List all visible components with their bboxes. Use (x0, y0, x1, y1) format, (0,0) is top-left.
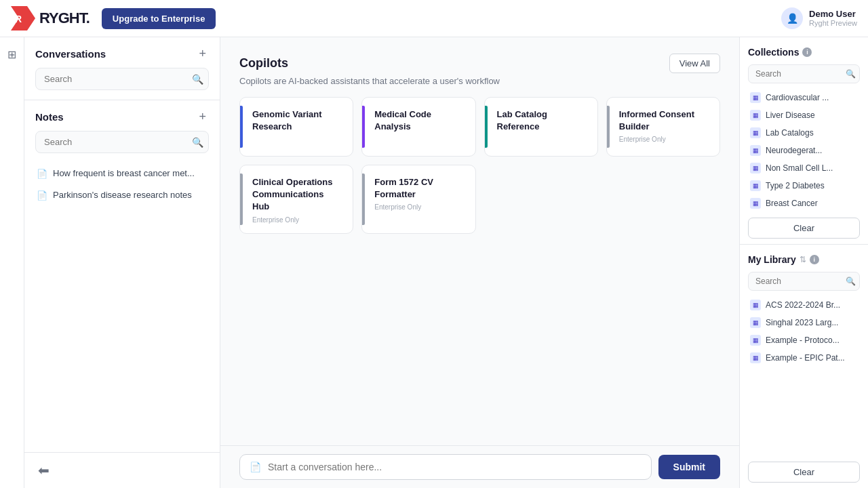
copilot-card[interactable]: Genomic Variant Research (239, 97, 353, 157)
library-item-label: ACS 2022-2024 Br... (766, 300, 840, 310)
notes-list: 📄 How frequent is breast cancer met... 📄… (24, 163, 220, 452)
conversations-title: Conversations (35, 48, 106, 60)
accent-bar (607, 106, 610, 148)
accent-bar (362, 174, 365, 225)
note-icon: 📄 (37, 169, 47, 179)
collection-item[interactable]: ▦ Cardiovascular ... (748, 89, 860, 106)
library-item-label: Example - EPIC Pat... (766, 353, 845, 363)
collection-icon: ▦ (750, 92, 761, 103)
add-note-button[interactable]: + (196, 110, 209, 124)
user-subtitle: Ryght Preview (809, 19, 857, 28)
user-name: Demo User (809, 9, 857, 20)
library-item[interactable]: ▦ Example - Protoco... (748, 331, 860, 349)
library-clear-button[interactable]: Clear (748, 462, 860, 483)
copilot-name: Medical Code Analysis (374, 108, 464, 133)
collection-item[interactable]: ▦ Type 2 Diabetes (748, 177, 860, 195)
collection-item[interactable]: ▦ Liver Disease (748, 106, 860, 124)
library-search-icon[interactable]: 🔍 (846, 277, 856, 286)
add-conversation-button[interactable]: + (196, 47, 209, 61)
notes-search-box: 🔍 (35, 131, 209, 153)
upgrade-button[interactable]: Upgrade to Enterprise (102, 8, 216, 29)
collection-label: Lab Catalogs (766, 128, 814, 138)
notes-search-input[interactable] (35, 131, 209, 153)
submit-button[interactable]: Submit (658, 455, 720, 479)
sidebar-toggle-button[interactable]: ⊞ (5, 45, 19, 64)
chat-bar: 📄 Submit (220, 445, 739, 488)
copilot-card[interactable]: Clinical Operations Communications Hub E… (239, 165, 353, 234)
notes-title: Notes (35, 111, 64, 123)
collections-list: ▦ Cardiovascular ... ▦ Liver Disease ▦ L… (748, 89, 860, 212)
note-icon: 📄 (37, 190, 47, 201)
copilot-card[interactable]: Informed Consent Builder Enterprise Only (606, 97, 720, 157)
user-profile[interactable]: 👤 Demo User Ryght Preview (781, 7, 857, 29)
library-search-input[interactable] (748, 272, 860, 291)
copilot-card[interactable]: Form 1572 CV Formatter Enterprise Only (361, 165, 475, 234)
collections-title: Collections (748, 47, 799, 58)
enterprise-badge: Enterprise Only (374, 203, 464, 211)
collection-icon: ▦ (750, 110, 761, 121)
accent-bar (485, 106, 488, 148)
list-item[interactable]: 📄 Parkinson's disease research notes (30, 184, 214, 206)
conversations-search-icon[interactable]: 🔍 (192, 74, 203, 85)
copilots-section: Copilots View All Copilots are AI-backed… (220, 37, 739, 445)
library-item-icon: ▦ (750, 317, 761, 328)
avatar: 👤 (781, 7, 803, 29)
copilot-name: Informed Consent Builder (619, 108, 709, 133)
collections-search-icon[interactable]: 🔍 (846, 69, 856, 79)
notes-search-icon[interactable]: 🔍 (192, 137, 203, 148)
main-area: Copilots View All Copilots are AI-backed… (220, 37, 739, 488)
logo-text: RYGHT. (39, 9, 90, 27)
logout-button[interactable]: ⬅ (35, 460, 52, 481)
collection-item[interactable]: ▦ Lab Catalogs (748, 124, 860, 142)
library-info-icon[interactable]: i (810, 255, 819, 264)
conversations-search-input[interactable] (35, 68, 209, 90)
library-item-icon: ▦ (750, 300, 761, 310)
right-panel: Collections i 🔍 ▦ Cardiovascular ... ▦ L… (739, 37, 868, 488)
library-item-label: Singhal 2023 Larg... (766, 318, 838, 327)
copilot-name: Genomic Variant Research (252, 108, 342, 133)
library-search-box: 🔍 (748, 272, 860, 291)
collection-item[interactable]: ▦ Neurodegerat... (748, 142, 860, 159)
left-panel: Conversations + 🔍 Notes + 🔍 📄 (24, 37, 220, 488)
copilot-name: Lab Catalog Reference (497, 108, 587, 133)
collections-search-box: 🔍 (748, 64, 860, 83)
copilot-name: Form 1572 CV Formatter (374, 176, 464, 201)
accent-bar (240, 174, 243, 225)
copilots-subtitle: Copilots are AI-backed assistants that a… (239, 76, 720, 86)
library-item[interactable]: ▦ Singhal 2023 Larg... (748, 314, 860, 331)
library-item[interactable]: ▦ Example - EPIC Pat... (748, 349, 860, 367)
note-label: How frequent is breast cancer met... (53, 168, 195, 178)
chat-input-icon: 📄 (250, 462, 261, 472)
sort-icon[interactable]: ⇅ (800, 255, 806, 264)
collections-info-icon[interactable]: i (802, 47, 812, 57)
collection-item[interactable]: ▦ Breast Cancer (748, 195, 860, 212)
accent-bar (240, 106, 243, 148)
accent-bar (362, 106, 365, 148)
chat-input[interactable] (268, 462, 642, 472)
note-label: Parkinson's disease research notes (53, 190, 192, 200)
my-library-title: My Library (748, 254, 796, 265)
collection-label: Type 2 Diabetes (766, 181, 825, 190)
collections-clear-button[interactable]: Clear (748, 218, 860, 239)
collection-icon: ▦ (750, 163, 761, 174)
library-item-icon: ▦ (750, 352, 761, 363)
collections-search-input[interactable] (748, 64, 860, 83)
collection-icon: ▦ (750, 198, 761, 209)
list-item[interactable]: 📄 How frequent is breast cancer met... (30, 163, 214, 184)
collection-icon: ▦ (750, 180, 761, 191)
conversations-search-box: 🔍 (35, 68, 209, 90)
library-item-icon: ▦ (750, 335, 761, 346)
view-all-button[interactable]: View All (669, 54, 720, 73)
collection-label: Cardiovascular ... (766, 93, 829, 102)
collection-item[interactable]: ▦ Non Small Cell L... (748, 159, 860, 177)
chat-input-wrapper: 📄 (239, 454, 652, 480)
copilot-card[interactable]: Medical Code Analysis (361, 97, 475, 157)
library-list: ▦ ACS 2022-2024 Br... ▦ Singhal 2023 Lar… (748, 296, 860, 456)
collection-label: Liver Disease (766, 110, 815, 120)
copilots-grid: Genomic Variant Research Medical Code An… (239, 97, 720, 234)
library-item[interactable]: ▦ ACS 2022-2024 Br... (748, 296, 860, 314)
copilot-card[interactable]: Lab Catalog Reference (484, 97, 598, 157)
copilot-name: Clinical Operations Communications Hub (252, 176, 342, 214)
collection-label: Breast Cancer (766, 199, 818, 208)
collection-icon: ▦ (750, 145, 761, 156)
